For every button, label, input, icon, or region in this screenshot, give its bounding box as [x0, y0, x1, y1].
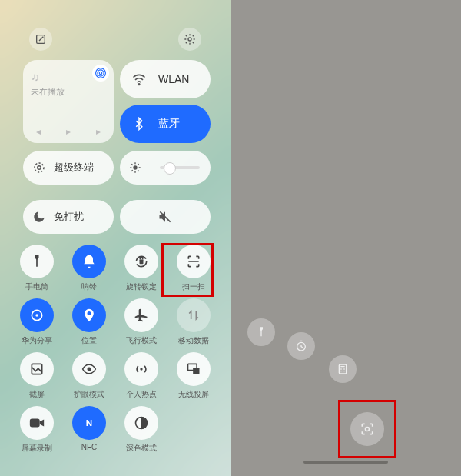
- bluetooth-label: 蓝牙: [158, 117, 180, 131]
- home-indicator[interactable]: [303, 461, 388, 464]
- rotation-lock-label: 旋转锁定: [126, 281, 157, 292]
- huawei-share-label: 华为分享: [22, 335, 52, 346]
- mute-toggle[interactable]: [120, 200, 211, 234]
- prev-icon[interactable]: ◂: [36, 126, 41, 137]
- control-center-screen: ♫ 未在播放 ◂ ▸ ▸ WLAN 蓝牙 超级终端 免打扰: [0, 0, 230, 476]
- screenshot-icon: [20, 352, 54, 386]
- svg-rect-10: [140, 260, 144, 265]
- shortcut-calculator[interactable]: [329, 355, 357, 383]
- cast-label: 无线投屏: [178, 389, 209, 400]
- svg-point-14: [140, 368, 142, 370]
- super-device-toggle[interactable]: 超级终端: [23, 151, 114, 185]
- svg-point-2: [99, 72, 102, 75]
- edit-icon: [35, 33, 47, 45]
- toggle-nfc[interactable]: NNFC: [66, 406, 112, 454]
- hotspot-icon: [124, 352, 158, 386]
- svg-rect-16: [193, 368, 199, 374]
- screenshot-label: 截屏: [29, 389, 45, 400]
- airplane-icon: [124, 298, 158, 332]
- toggle-dark-mode[interactable]: 深色模式: [118, 406, 164, 454]
- wlan-label: WLAN: [158, 73, 189, 85]
- ring-label: 响铃: [81, 281, 97, 292]
- svg-point-6: [38, 166, 41, 170]
- airplane-label: 飞行模式: [126, 335, 157, 346]
- location-label: 位置: [81, 335, 97, 346]
- hotspot-label: 个人热点: [126, 389, 157, 400]
- svg-text:N: N: [86, 418, 92, 428]
- settings-button[interactable]: [178, 28, 201, 51]
- next-icon[interactable]: ▸: [96, 126, 101, 137]
- svg-point-1: [188, 38, 191, 41]
- mobile-data-label: 移动数据: [178, 335, 209, 346]
- toggle-mobile-data[interactable]: 移动数据: [171, 298, 217, 346]
- dnd-toggle[interactable]: 免打扰: [23, 200, 114, 234]
- svg-point-3: [98, 70, 104, 76]
- screen-record-label: 屏幕录制: [22, 443, 52, 454]
- nfc-icon: N: [72, 406, 106, 440]
- svg-point-7: [35, 163, 44, 172]
- ring-icon: [72, 245, 106, 278]
- nfc-label: NFC: [81, 443, 98, 451]
- superdevice-icon: [32, 161, 46, 175]
- bluetooth-toggle[interactable]: 蓝牙: [120, 105, 211, 143]
- highlight-scan-tile: [161, 243, 214, 297]
- svg-point-11: [35, 314, 38, 316]
- bluetooth-icon: [126, 111, 152, 137]
- media-status: 未在播放: [31, 86, 106, 98]
- huawei-share-icon: [20, 298, 54, 332]
- stopwatch-icon: [295, 340, 307, 352]
- toggle-rotation-lock[interactable]: 旋转锁定: [118, 245, 164, 292]
- gear-icon: [184, 33, 196, 45]
- shortcut-flashlight[interactable]: [247, 318, 275, 346]
- screen-record-icon: [20, 406, 54, 440]
- svg-point-5: [138, 84, 140, 85]
- svg-point-8: [133, 165, 137, 169]
- flashlight-icon: [20, 245, 54, 278]
- brightness-slider[interactable]: [120, 151, 211, 185]
- shortcut-timer[interactable]: [287, 332, 315, 360]
- toggle-airplane[interactable]: 飞行模式: [118, 298, 164, 346]
- svg-rect-21: [339, 364, 346, 374]
- toggle-screen-record[interactable]: 屏幕录制: [14, 406, 60, 454]
- wlan-toggle[interactable]: WLAN: [120, 60, 211, 98]
- dark-mode-icon: [124, 406, 158, 440]
- toggle-huawei-share[interactable]: 华为分享: [14, 298, 60, 346]
- eye-comfort-label: 护眼模式: [74, 389, 104, 400]
- toggle-ring[interactable]: 响铃: [66, 245, 112, 292]
- location-icon: [72, 298, 106, 332]
- dark-mode-label: 深色模式: [126, 443, 157, 454]
- wifi-icon: [126, 66, 152, 92]
- toggle-hotspot[interactable]: 个人热点: [118, 352, 164, 400]
- flashlight-icon: [255, 326, 267, 338]
- mobile-data-icon: [177, 298, 211, 332]
- toggle-cast[interactable]: 无线投屏: [171, 352, 217, 400]
- mute-icon: [158, 209, 173, 225]
- calculator-icon: [337, 363, 349, 375]
- play-icon[interactable]: ▸: [66, 126, 71, 137]
- toggle-eye-comfort[interactable]: 护眼模式: [66, 352, 112, 400]
- gesture-shortcut-screen: [230, 0, 461, 476]
- svg-point-13: [88, 368, 91, 371]
- cast-icon: [177, 352, 211, 386]
- toggle-flashlight[interactable]: 手电筒: [14, 245, 60, 292]
- dnd-label: 免打扰: [54, 210, 84, 224]
- super-device-label: 超级终端: [54, 161, 94, 175]
- sun-icon: [129, 161, 141, 174]
- toggle-location[interactable]: 位置: [66, 298, 112, 346]
- highlight-scan-shortcut: [338, 400, 396, 458]
- flashlight-label: 手电筒: [25, 281, 48, 292]
- moon-icon: [32, 210, 46, 224]
- rotation-lock-icon: [124, 245, 158, 278]
- eye-comfort-icon: [72, 352, 106, 386]
- edit-button[interactable]: [29, 28, 52, 51]
- svg-rect-17: [30, 419, 40, 428]
- toggle-screenshot[interactable]: 截屏: [14, 352, 60, 400]
- media-card[interactable]: ♫ 未在播放 ◂ ▸ ▸: [23, 60, 114, 143]
- airplay-icon[interactable]: [92, 65, 109, 82]
